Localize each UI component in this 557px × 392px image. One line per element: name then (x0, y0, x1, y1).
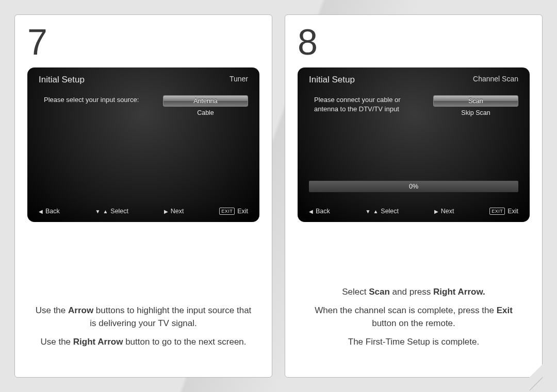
nav-select[interactable]: ▼▲Select (95, 208, 128, 215)
tv-screen-channel-scan: Initial Setup Channel Scan Please connec… (298, 67, 530, 222)
up-arrow-icon: ▲ (103, 209, 108, 214)
step-card-8: 8 Initial Setup Channel Scan Please conn… (285, 14, 543, 378)
step-instructions: Select Scan and press Right Arrow. When … (298, 285, 530, 363)
nav-back[interactable]: ◀Back (309, 208, 330, 215)
nav-next[interactable]: ▶Next (434, 208, 454, 215)
instruction-line: Use the Right Arrow button to go to the … (35, 335, 252, 349)
step-number: 7 (27, 24, 259, 60)
tv-header: Initial Setup Channel Scan (298, 67, 530, 88)
exit-icon: EXIT (489, 208, 505, 215)
tv-options: Antenna Cable (163, 95, 248, 119)
exit-icon: EXIT (219, 208, 235, 215)
tv-body: Please select your input source: Antenna… (27, 88, 259, 119)
tv-options: Scan Skip Scan (433, 95, 518, 119)
card-corner-cut (529, 364, 543, 378)
tv-header: Initial Setup Tuner (27, 67, 259, 88)
tv-body: Please connect your cable or antenna to … (298, 88, 530, 119)
instruction-line: Select Scan and press Right Arrow. (305, 285, 522, 299)
tv-prompt: Please select your input source: (44, 95, 153, 119)
tv-nav-row: ◀Back ▼▲Select ▶Next EXITExit (27, 201, 259, 222)
tv-prompt: Please connect your cable or antenna to … (314, 95, 423, 119)
option-cable[interactable]: Cable (163, 108, 248, 118)
instruction-line: The First-Time Setup is complete. (305, 335, 522, 349)
down-arrow-icon: ▼ (365, 209, 370, 214)
tv-nav-row: ◀Back ▼▲Select ▶Next EXITExit (298, 201, 530, 222)
progress-container: 0% (309, 181, 518, 192)
step-cards-container: 7 Initial Setup Tuner Please select your… (0, 0, 557, 392)
option-antenna[interactable]: Antenna (163, 95, 248, 107)
step-card-7: 7 Initial Setup Tuner Please select your… (14, 14, 272, 378)
option-scan[interactable]: Scan (433, 95, 518, 107)
right-arrow-icon: ▶ (434, 209, 438, 214)
option-skip-scan[interactable]: Skip Scan (433, 108, 518, 118)
instruction-line: When the channel scan is complete, press… (305, 304, 522, 330)
up-arrow-icon: ▲ (373, 209, 378, 214)
nav-exit[interactable]: EXITExit (219, 208, 248, 215)
tv-screen-tuner: Initial Setup Tuner Please select your i… (27, 67, 259, 222)
step-instructions: Use the Arrow buttons to highlight the i… (27, 304, 259, 363)
nav-select[interactable]: ▼▲Select (365, 208, 399, 215)
down-arrow-icon: ▼ (95, 209, 100, 214)
step-number: 8 (298, 24, 530, 60)
right-arrow-icon: ▶ (164, 209, 168, 214)
nav-next[interactable]: ▶Next (164, 208, 184, 215)
tv-subtitle: Channel Scan (473, 75, 518, 85)
left-arrow-icon: ◀ (39, 209, 43, 214)
instruction-line: Use the Arrow buttons to highlight the i… (35, 304, 252, 330)
tv-title: Initial Setup (309, 75, 355, 85)
progress-bar: 0% (309, 181, 518, 192)
progress-value: 0% (409, 183, 418, 190)
tv-title: Initial Setup (39, 75, 85, 85)
nav-exit[interactable]: EXITExit (489, 208, 518, 215)
left-arrow-icon: ◀ (309, 209, 313, 214)
tv-subtitle: Tuner (230, 75, 248, 85)
nav-back[interactable]: ◀Back (39, 208, 60, 215)
